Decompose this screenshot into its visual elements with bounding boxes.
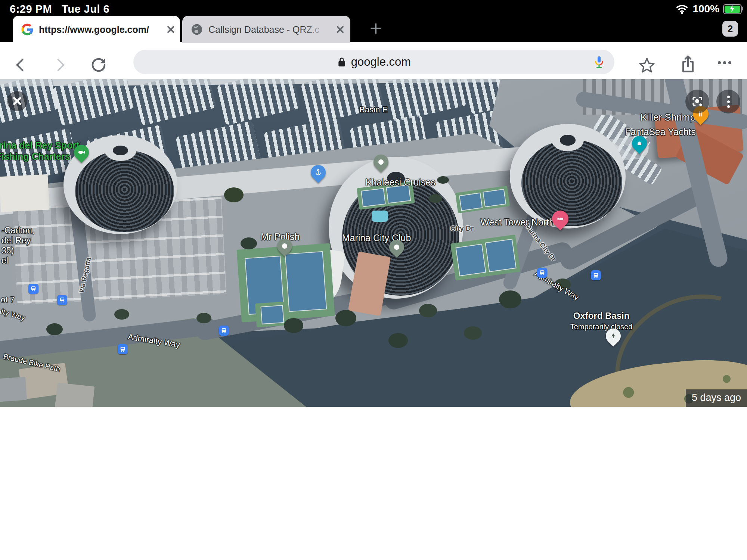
share-icon [678, 55, 698, 74]
result-image-marina-del-rey[interactable]: Basin E Khaleesi Cruises Mr Polish Marin… [0, 79, 747, 407]
tab-callsign-database[interactable]: Callsign Database - QRZ.c [182, 16, 350, 43]
map-label-west-tower-north: West Tower North [480, 217, 554, 228]
tab-close-icon[interactable] [164, 23, 177, 36]
teal-pin-fantasea [629, 133, 650, 154]
wifi-icon [675, 4, 689, 14]
google-favicon [21, 23, 34, 36]
close-image-button[interactable] [7, 91, 27, 111]
map-label-killer-shrimp: Killer Shrimp [640, 112, 695, 123]
map-label-carlton-cut: -Carlton,del Rey35)el [1, 225, 34, 266]
map-label-khaleesi-cruises: Khaleesi Cruises [365, 177, 436, 188]
new-tab-button[interactable]: + [365, 19, 386, 40]
house [55, 383, 95, 407]
pink-pin-west-tower-lodging [549, 207, 572, 230]
lock-icon [337, 56, 347, 68]
trees [224, 187, 244, 202]
house [0, 377, 27, 402]
map-label-oxford-basin: Oxford Basin [573, 311, 630, 321]
globe-icon [190, 23, 203, 36]
image-options-menu-button[interactable] [716, 90, 740, 113]
url-text: google.com [351, 55, 411, 69]
tab-title: https://www.google.com/ [39, 24, 162, 35]
marina-dock [52, 79, 134, 126]
tennis-court-small [255, 301, 289, 327]
reload-button[interactable] [90, 56, 108, 74]
status-bar-clock: 6:29 PMTue Jul 6 [10, 3, 109, 15]
tab-close-icon[interactable] [334, 23, 347, 36]
swimming-pool [372, 211, 388, 222]
share-button[interactable] [678, 55, 698, 74]
bus-stop-icon [591, 270, 601, 280]
bus-stop-icon [28, 284, 38, 294]
status-bar-right: 100% [675, 3, 742, 15]
tab-switcher-button[interactable]: 2 [722, 21, 738, 37]
image-timestamp-badge: 5 days ago [686, 389, 747, 407]
white-pin-oxford-basin [603, 326, 624, 347]
map-label-basin-e: Basin E [359, 105, 388, 115]
bookmark-button[interactable] [637, 55, 657, 75]
bus-stop-icon [537, 268, 547, 278]
forward-chevron-icon [52, 59, 65, 71]
street-label-city-dr: City Dr [450, 224, 474, 233]
bus-stop-icon [219, 326, 229, 336]
reload-icon [90, 56, 108, 74]
tab-google[interactable]: https://www.google.com/ [13, 16, 180, 43]
marina-dock [217, 79, 300, 125]
green-pin-fishing-charters [71, 142, 92, 163]
google-lens-button[interactable] [685, 90, 709, 113]
star-icon [637, 55, 657, 75]
bus-stop-icon [57, 295, 67, 305]
hotel-building-corner [0, 174, 49, 212]
map-label-lot7-cut: ot 7 [1, 295, 15, 305]
mic-icon[interactable] [592, 55, 606, 69]
bus-stop-icon [118, 344, 128, 354]
marina-dock [385, 79, 467, 122]
back-button[interactable] [15, 57, 30, 72]
marina-dock [301, 79, 385, 125]
map-label-temporarily-closed: Temporarily closed [570, 323, 633, 331]
overflow-menu-button[interactable] [718, 61, 731, 64]
battery-charging-icon [723, 4, 742, 14]
map-label-sport-fishing: Marina del Rey Sport Fishing Charters [0, 140, 79, 162]
top-black-strip: 6:29 PMTue Jul 6 100% https://www.google… [0, 0, 747, 43]
status-date: Tue Jul 6 [62, 3, 109, 15]
blue-pin-anchor [308, 162, 329, 183]
marina-dock [133, 79, 217, 126]
battery-percentage: 100% [692, 3, 719, 15]
result-panel: Daily News Los Angeles Daily News Follow… [0, 407, 747, 560]
tab-title-fade [302, 16, 328, 43]
lens-icon [691, 95, 704, 108]
url-bar[interactable]: google.com [133, 50, 614, 74]
status-time: 6:29 PM [10, 3, 52, 15]
browser-toolbar: google.com [0, 42, 747, 79]
back-chevron-icon [16, 59, 29, 71]
forward-button[interactable] [51, 57, 66, 72]
